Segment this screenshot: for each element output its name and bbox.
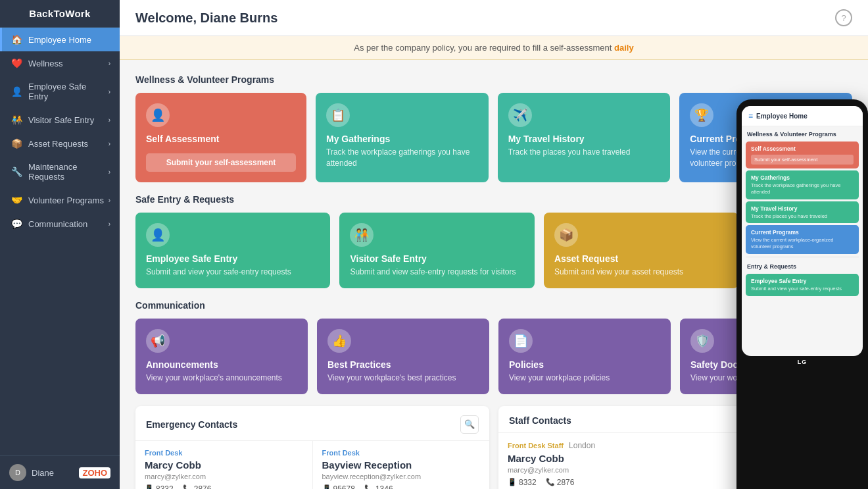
phone-number-1: 95678 [333, 484, 355, 489]
asset-request-icon: 📦 [554, 223, 578, 247]
employee-safe-entry-card[interactable]: 👤 Employee Safe Entry Submit and view yo… [135, 213, 330, 288]
best-practices-title: Best Practices [327, 359, 479, 370]
sidebar-item-volunteer-programs[interactable]: 🤝 Volunteer Programs › [0, 188, 120, 212]
sidebar-item-wellness[interactable]: ❤️ Wellness › [0, 51, 120, 75]
asset-request-card[interactable]: 📦 Asset Request Submit and view your ass… [544, 213, 738, 288]
help-button[interactable]: ? [835, 9, 852, 26]
policies-icon: 📄 [509, 329, 533, 353]
phone-1: 📱 95678 [322, 484, 355, 489]
emergency-contact-1: Front Desk Marcy Cobb marcy@zylker.com 📱… [135, 441, 313, 489]
search-button[interactable]: 🔍 [460, 415, 479, 434]
asset-icon: 📦 [11, 138, 23, 149]
phone-header-title: Employee Home [756, 113, 808, 120]
chevron-icon: › [108, 60, 110, 67]
announcements-title: Announcements [146, 359, 297, 370]
phone-employee-entry: Employee Safe Entry Submit and view your… [746, 274, 859, 296]
safety-docs-icon: 🛡️ [690, 329, 714, 353]
best-practices-card[interactable]: 👍 Best Practices View your workplace's b… [317, 319, 489, 394]
employee-safe-entry-icon: 👤 [11, 86, 23, 97]
sidebar-item-label: Employee Safe Entry [28, 82, 108, 101]
announcements-desc: View your workplace's announcements [146, 373, 297, 384]
phone-wellness-title: Wellness & Volunteer Programs [742, 126, 863, 140]
phone-card-desc: View the current workplace-organized vol… [751, 237, 854, 250]
visitor-entry-title: Visitor Safe Entry [350, 253, 523, 264]
emergency-contact-cards: Front Desk Marcy Cobb marcy@zylker.com 📱… [135, 441, 489, 489]
emergency-contacts-title: Emergency Contacts [146, 419, 237, 430]
zoho-logo: ZOHO [79, 467, 110, 478]
chevron-icon: › [108, 220, 110, 228]
asset-request-title: Asset Request [554, 253, 728, 264]
phone-mockup: ≡ Employee Home Wellness & Volunteer Pro… [736, 99, 868, 489]
volunteer-icon: 🤝 [11, 195, 23, 205]
mobile-icon: 📱 [145, 484, 154, 489]
avatar: D [9, 464, 26, 481]
phone-card-desc: Submit and view your safe-entry requests [751, 286, 854, 292]
maintenance-icon: 🔧 [11, 167, 23, 177]
my-gatherings-card[interactable]: 📋 My Gatherings Track the workplace gath… [316, 93, 489, 182]
wellness-section-title: Wellness & Volunteer Programs [135, 74, 852, 85]
phone-card-btn: Submit your self-assessment [751, 155, 854, 165]
contact-phones: 📱 8332 📞 2876 [145, 484, 303, 489]
sidebar-item-asset-requests[interactable]: 📦 Asset Requests › [0, 132, 120, 155]
sidebar-item-label: Maintenance Requests [28, 162, 108, 182]
phone-travel: My Travel History Track the places you h… [746, 201, 859, 224]
phone-2: 📞 2876 [546, 478, 575, 487]
announcements-icon: 📢 [146, 329, 170, 353]
emergency-contacts-section: Emergency Contacts 🔍 Front Desk Marcy Co… [135, 406, 489, 489]
communication-icon: 💬 [11, 219, 23, 229]
phone-2: 📞 1346 [364, 484, 393, 489]
sidebar-item-label: Wellness [28, 59, 63, 68]
sidebar-item-employee-home[interactable]: 🏠 Employee Home [0, 28, 120, 51]
sidebar: BackToWork 🏠 Employee Home ❤️ Wellness ›… [0, 0, 120, 489]
visitor-entry-icon: 🧑‍🤝‍🧑 [350, 223, 374, 247]
sidebar-item-communication[interactable]: 💬 Communication › [0, 212, 120, 236]
sidebar-item-label: Volunteer Programs [28, 195, 104, 205]
content-area: Wellness & Volunteer Programs 👤 Self Ass… [120, 60, 868, 489]
gatherings-desc: Track the workplace gatherings you have … [326, 147, 478, 169]
app-title: BackToWork [0, 0, 120, 28]
gatherings-icon: 📋 [326, 103, 350, 127]
sidebar-item-visitor-safe-entry[interactable]: 🧑‍🤝‍🧑 Visitor Safe Entry › [0, 108, 120, 132]
self-assessment-card[interactable]: 👤 Self Assessment Submit your self-asses… [135, 93, 306, 182]
phone-icon: 📞 [183, 484, 192, 489]
employee-entry-title: Employee Safe Entry [146, 253, 320, 264]
my-travel-history-card[interactable]: ✈️ My Travel History Track the places yo… [498, 93, 671, 182]
phone-card-title: Current Programs [751, 229, 854, 236]
chevron-icon: › [108, 140, 110, 147]
mobile-icon: 📱 [322, 484, 331, 489]
self-assessment-button[interactable]: Submit your self-assessment [146, 153, 296, 172]
phone-number-2: 2876 [194, 484, 212, 489]
employee-entry-icon: 👤 [146, 223, 170, 247]
banner-text: As per the company policy, you are requi… [354, 43, 612, 53]
chevron-icon: › [108, 88, 110, 95]
phone-gatherings: My Gatherings Track the workplace gather… [746, 170, 859, 199]
sidebar-item-label: Employee Home [28, 35, 91, 45]
chevron-icon: › [108, 168, 110, 176]
home-icon: 🏠 [11, 34, 23, 45]
policies-title: Policies [509, 359, 660, 370]
asset-request-desc: Submit and view your asset requests [554, 267, 728, 278]
phone-brand: LG [742, 356, 863, 367]
phone-self-assessment: Self Assessment Submit your self-assessm… [746, 142, 859, 168]
announcements-card[interactable]: 📢 Announcements View your workplace's an… [135, 319, 308, 394]
banner-highlight: daily [614, 43, 634, 53]
policies-card[interactable]: 📄 Policies View your workplace policies [498, 319, 671, 394]
phone-1: 📱 8332 [145, 484, 174, 489]
phone-card-desc: Track the places you have traveled [751, 213, 854, 220]
visitor-safe-entry-card[interactable]: 🧑‍🤝‍🧑 Visitor Safe Entry Submit and view… [339, 213, 534, 288]
travel-title: My Travel History [508, 134, 660, 144]
sidebar-item-maintenance-requests[interactable]: 🔧 Maintenance Requests › [0, 155, 120, 188]
phone-card-title: My Travel History [751, 205, 854, 212]
contact-role: Front Desk [322, 449, 481, 457]
policy-banner: As per the company policy, you are requi… [120, 36, 868, 60]
sidebar-item-employee-safe-entry[interactable]: 👤 Employee Safe Entry › [0, 75, 120, 108]
chevron-icon: › [108, 116, 110, 124]
phone-icon: 📞 [546, 478, 555, 486]
emergency-contact-2: Front Desk Bayview Reception bayview.rec… [313, 441, 490, 489]
best-practices-desc: View your workplace's best practices [327, 373, 479, 384]
page-header: Welcome, Diane Burns ? [120, 0, 868, 36]
phone-number-2: 1346 [375, 484, 393, 489]
staff-contacts-title: Staff Contacts [509, 415, 571, 426]
emergency-contacts-header: Emergency Contacts 🔍 [135, 406, 489, 441]
sidebar-item-label: Communication [28, 219, 87, 229]
